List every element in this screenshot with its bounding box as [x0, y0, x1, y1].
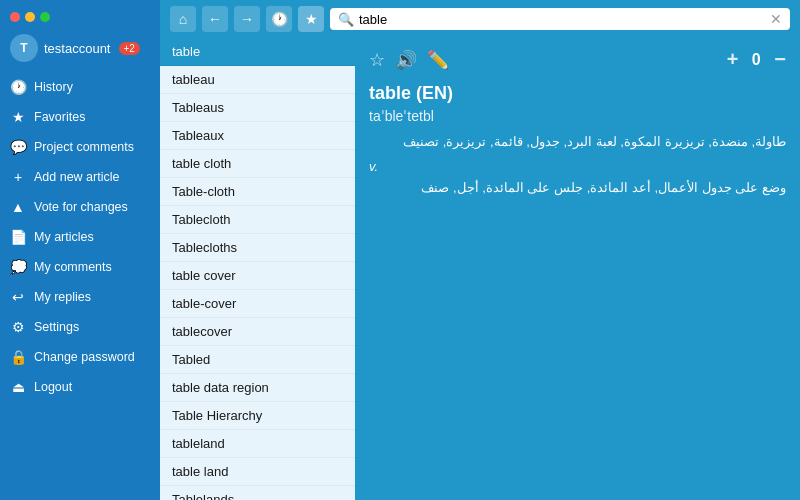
- nav-icon-2: 💬: [10, 139, 26, 155]
- word-item[interactable]: table data region: [160, 374, 355, 402]
- detail-pos: v.: [369, 159, 786, 174]
- word-item[interactable]: table land: [160, 458, 355, 486]
- detail-title: table (EN): [369, 83, 786, 104]
- nav-icon-10: ⏏: [10, 379, 26, 395]
- word-item[interactable]: tableau: [160, 66, 355, 94]
- word-item[interactable]: table-cover: [160, 290, 355, 318]
- detail-arabic-desc: وضع على جدول الأعمال, أعد المائدة, جلس ع…: [369, 178, 786, 199]
- nav-label-2: Project comments: [34, 140, 134, 154]
- counter-area: + 0 −: [727, 48, 786, 71]
- traffic-lights: [0, 8, 160, 30]
- counter-minus-button[interactable]: −: [774, 48, 786, 71]
- nav-label-4: Vote for changes: [34, 200, 128, 214]
- search-input[interactable]: [359, 12, 765, 27]
- search-icon: 🔍: [338, 12, 354, 27]
- search-bar[interactable]: 🔍 ✕: [330, 8, 790, 30]
- nav-label-10: Logout: [34, 380, 72, 394]
- nav-label-3: Add new article: [34, 170, 119, 184]
- home-button[interactable]: ⌂: [170, 6, 196, 32]
- sidebar-item-my-articles[interactable]: 📄My articles: [0, 222, 160, 252]
- nav-icon-5: 📄: [10, 229, 26, 245]
- sidebar-item-my-comments[interactable]: 💭My comments: [0, 252, 160, 282]
- clear-search-button[interactable]: ✕: [770, 11, 782, 27]
- nav-items: 🕐History★Favorites💬Project comments+Add …: [0, 72, 160, 402]
- star-icon[interactable]: ☆: [369, 49, 385, 71]
- edit-icon[interactable]: ✏️: [427, 49, 449, 71]
- word-item[interactable]: Table-cloth: [160, 178, 355, 206]
- audio-icon[interactable]: 🔊: [395, 49, 417, 71]
- word-item[interactable]: Tablecloths: [160, 234, 355, 262]
- traffic-light-green[interactable]: [40, 12, 50, 22]
- nav-label-5: My articles: [34, 230, 94, 244]
- word-item[interactable]: tablecover: [160, 318, 355, 346]
- word-item[interactable]: Table Hierarchy: [160, 402, 355, 430]
- nav-icon-1: ★: [10, 109, 26, 125]
- detail-pane: ☆ 🔊 ✏️ + 0 − table (EN) taˈbleˈtetbl طاو…: [355, 38, 800, 500]
- nav-icon-7: ↩: [10, 289, 26, 305]
- nav-label-9: Change password: [34, 350, 135, 364]
- traffic-light-yellow[interactable]: [25, 12, 35, 22]
- username: testaccount: [44, 41, 111, 56]
- sidebar: T testaccount +2 🕐History★Favorites💬Proj…: [0, 0, 160, 500]
- back-button[interactable]: ←: [202, 6, 228, 32]
- avatar: T: [10, 34, 38, 62]
- nav-icon-8: ⚙: [10, 319, 26, 335]
- sidebar-item-history[interactable]: 🕐History: [0, 72, 160, 102]
- sidebar-item-settings[interactable]: ⚙Settings: [0, 312, 160, 342]
- forward-button[interactable]: →: [234, 6, 260, 32]
- counter-value: 0: [746, 51, 766, 69]
- word-item[interactable]: table: [160, 38, 355, 66]
- content-area: tabletableauTableausTableauxtable clothT…: [160, 38, 800, 500]
- nav-label-0: History: [34, 80, 73, 94]
- nav-icon-0: 🕐: [10, 79, 26, 95]
- counter-plus-button[interactable]: +: [727, 48, 739, 71]
- nav-label-7: My replies: [34, 290, 91, 304]
- history-button[interactable]: 🕐: [266, 6, 292, 32]
- sidebar-item-vote-for-changes[interactable]: ▲Vote for changes: [0, 192, 160, 222]
- user-row: T testaccount +2: [0, 30, 160, 72]
- word-item[interactable]: table cloth: [160, 150, 355, 178]
- detail-phonetic: taˈbleˈtetbl: [369, 108, 786, 124]
- user-badge: +2: [119, 42, 140, 55]
- word-item[interactable]: Tabled: [160, 346, 355, 374]
- word-item[interactable]: tableland: [160, 430, 355, 458]
- nav-label-8: Settings: [34, 320, 79, 334]
- topbar: ⌂ ← → 🕐 ★ 🔍 ✕: [160, 0, 800, 38]
- favorite-nav-button[interactable]: ★: [298, 6, 324, 32]
- word-item[interactable]: Tableaus: [160, 94, 355, 122]
- traffic-light-red[interactable]: [10, 12, 20, 22]
- sidebar-item-change-password[interactable]: 🔒Change password: [0, 342, 160, 372]
- nav-icon-6: 💭: [10, 259, 26, 275]
- nav-icon-3: +: [10, 169, 26, 185]
- sidebar-item-favorites[interactable]: ★Favorites: [0, 102, 160, 132]
- sidebar-item-logout[interactable]: ⏏Logout: [0, 372, 160, 402]
- word-item[interactable]: Tablecloth: [160, 206, 355, 234]
- word-item[interactable]: table cover: [160, 262, 355, 290]
- nav-label-1: Favorites: [34, 110, 85, 124]
- word-item[interactable]: Tableaux: [160, 122, 355, 150]
- word-list: tabletableauTableausTableauxtable clothT…: [160, 38, 355, 500]
- detail-toolbar: ☆ 🔊 ✏️ + 0 −: [369, 48, 786, 71]
- nav-label-6: My comments: [34, 260, 112, 274]
- word-item[interactable]: Tablelands: [160, 486, 355, 500]
- detail-arabic-main: طاولة, منضدة, تريزيرة المكوة, لعبة البرد…: [369, 132, 786, 153]
- sidebar-item-my-replies[interactable]: ↩My replies: [0, 282, 160, 312]
- nav-icon-4: ▲: [10, 199, 26, 215]
- sidebar-item-add-new-article[interactable]: +Add new article: [0, 162, 160, 192]
- main-content: ⌂ ← → 🕐 ★ 🔍 ✕ tabletableauTableausTablea…: [160, 0, 800, 500]
- sidebar-item-project-comments[interactable]: 💬Project comments: [0, 132, 160, 162]
- nav-icon-9: 🔒: [10, 349, 26, 365]
